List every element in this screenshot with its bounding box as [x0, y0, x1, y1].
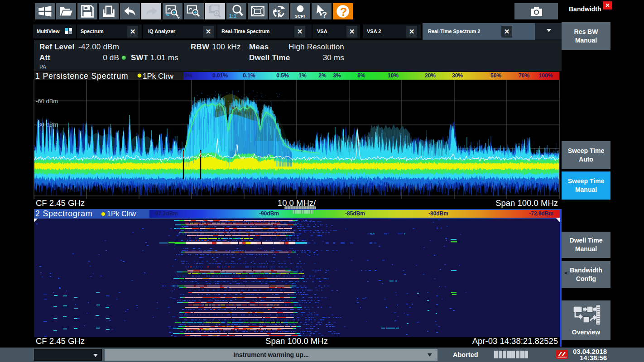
svg-text:-60 dBm: -60 dBm: [36, 98, 58, 105]
